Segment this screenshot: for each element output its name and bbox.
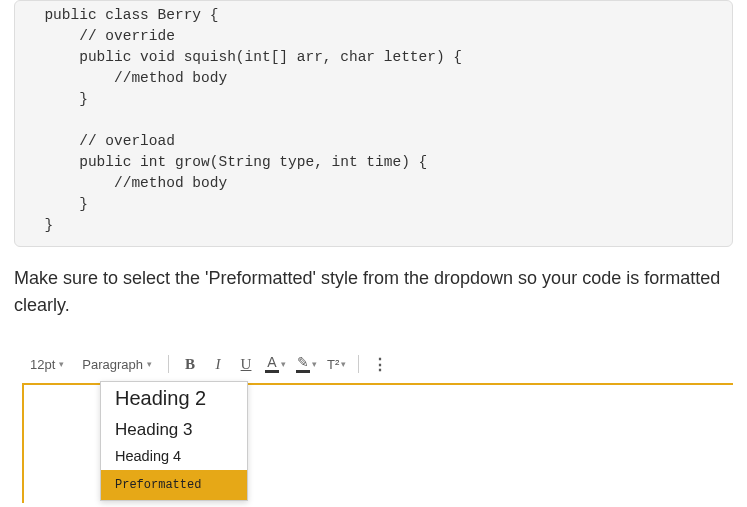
toolbar-divider: [358, 355, 359, 373]
italic-button[interactable]: I: [205, 351, 231, 377]
chevron-down-icon: ▾: [281, 359, 286, 369]
instruction-text: Make sure to select the 'Preformatted' s…: [14, 265, 733, 319]
font-size-dropdown[interactable]: 12pt ▾: [22, 353, 72, 376]
underline-button[interactable]: U: [233, 351, 259, 377]
chevron-down-icon: ▾: [312, 359, 317, 369]
dropdown-item-heading-4[interactable]: Heading 4: [101, 445, 247, 470]
dropdown-item-heading-2[interactable]: Heading 2: [101, 382, 247, 415]
text-color-button[interactable]: A ▾: [261, 353, 290, 375]
dropdown-item-heading-3[interactable]: Heading 3: [101, 415, 247, 445]
chevron-down-icon: ▾: [59, 359, 64, 369]
highlight-icon: ✎: [296, 355, 310, 373]
chevron-down-icon: ▾: [341, 359, 346, 369]
editor-toolbar: 12pt ▾ Paragraph ▾ B I U A ▾ ✎ ▾ T² ▾: [14, 345, 733, 383]
paragraph-style-label: Paragraph: [82, 357, 143, 372]
font-size-label: 12pt: [30, 357, 55, 372]
editor-body[interactable]: Heading 2 Heading 3 Heading 4 Preformatt…: [22, 383, 733, 503]
style-dropdown-menu: Heading 2 Heading 3 Heading 4 Preformatt…: [100, 381, 248, 501]
paragraph-style-dropdown[interactable]: Paragraph ▾: [74, 353, 160, 376]
rich-text-editor: 12pt ▾ Paragraph ▾ B I U A ▾ ✎ ▾ T² ▾: [14, 345, 733, 503]
bold-button[interactable]: B: [177, 351, 203, 377]
text-color-icon: A: [265, 355, 279, 373]
superscript-icon: T²: [327, 357, 339, 372]
more-options-button[interactable]: ⋮: [367, 351, 393, 377]
superscript-button[interactable]: T² ▾: [323, 355, 350, 374]
highlight-color-button[interactable]: ✎ ▾: [292, 353, 321, 375]
dropdown-item-preformatted[interactable]: Preformatted: [101, 470, 247, 500]
code-block: public class Berry { // override public …: [14, 0, 733, 247]
toolbar-divider: [168, 355, 169, 373]
chevron-down-icon: ▾: [147, 359, 152, 369]
